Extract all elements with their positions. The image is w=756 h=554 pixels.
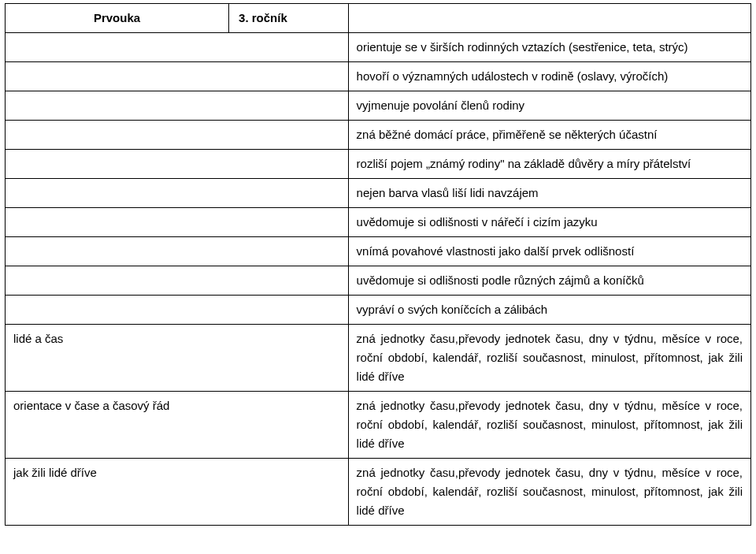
row-mid [229,91,349,121]
row-outcome: vyjmenuje povolání členů rodiny [348,91,750,121]
row-outcome: hovoří o významných událostech v rodině … [348,62,750,91]
table-row: orientace v čase a časový řád zná jednot… [6,392,751,459]
table-row: vnímá povahové vlastnosti jako další prv… [6,237,751,266]
row-outcome: zná jednotky času,převody jednotek času,… [348,392,750,459]
row-topic [6,91,229,121]
row-topic: lidé a čas [6,325,229,392]
row-topic: orientace v čase a časový řád [6,392,229,459]
header-title: Prvouka [6,4,229,33]
row-outcome: uvědomuje si odlišnosti v nářečí i cizím… [348,208,750,237]
row-outcome: nejen barva vlasů liší lidi navzájem [348,179,750,208]
row-mid [229,296,349,325]
table-row: orientuje se v širších rodinných vztazíc… [6,33,751,62]
row-outcome: zná jednotky času,převody jednotek času,… [348,325,750,392]
row-topic [6,62,229,91]
header-grade: 3. ročník [229,4,349,33]
row-mid [229,459,349,526]
header-row: Prvouka 3. ročník [6,4,751,33]
row-outcome: orientuje se v širších rodinných vztazíc… [348,33,750,62]
row-topic [6,266,229,296]
table-row: uvědomuje si odlišnosti podle různých zá… [6,266,751,296]
row-outcome: uvědomuje si odlišnosti podle různých zá… [348,266,750,296]
row-mid [229,266,349,296]
row-mid [229,208,349,237]
row-mid [229,121,349,150]
table-row: rozliší pojem „známý rodiny" na základě … [6,150,751,179]
row-outcome: zná jednotky času,převody jednotek času,… [348,459,750,526]
row-outcome: vnímá povahové vlastnosti jako další prv… [348,237,750,266]
row-topic [6,150,229,179]
table-row: vyjmenuje povolání členů rodiny [6,91,751,121]
row-mid [229,237,349,266]
row-outcome: rozliší pojem „známý rodiny" na základě … [348,150,750,179]
row-topic [6,179,229,208]
table-row: zná běžné domácí práce, přiměřeně se něk… [6,121,751,150]
row-topic: jak žili lidé dříve [6,459,229,526]
row-outcome: vypráví o svých koníčcích a zálibách [348,296,750,325]
table-row: lidé a čas zná jednotky času,převody jed… [6,325,751,392]
table-row: nejen barva vlasů liší lidi navzájem [6,179,751,208]
row-topic [6,208,229,237]
row-topic [6,121,229,150]
row-mid [229,325,349,392]
row-mid [229,179,349,208]
row-mid [229,392,349,459]
curriculum-table: Prvouka 3. ročník orientuje se v širších… [5,3,751,526]
row-topic [6,237,229,266]
row-topic [6,296,229,325]
row-outcome: zná běžné domácí práce, přiměřeně se něk… [348,121,750,150]
header-empty [348,4,750,33]
row-topic [6,33,229,62]
table-row: jak žili lidé dříve zná jednotky času,př… [6,459,751,526]
table-row: vypráví o svých koníčcích a zálibách [6,296,751,325]
table-row: uvědomuje si odlišnosti v nářečí i cizím… [6,208,751,237]
row-mid [229,62,349,91]
row-mid [229,150,349,179]
row-mid [229,33,349,62]
table-row: hovoří o významných událostech v rodině … [6,62,751,91]
